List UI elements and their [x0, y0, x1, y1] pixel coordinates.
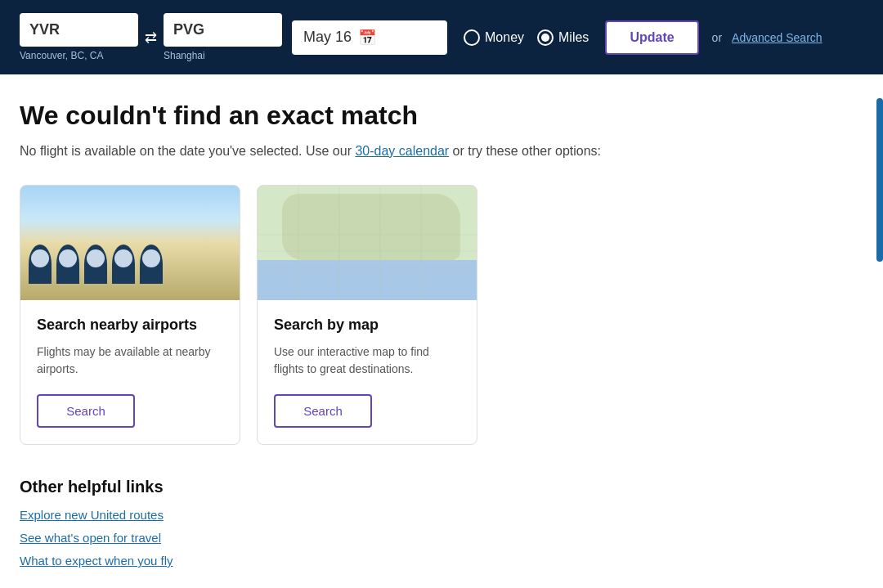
- plane-tail-1: [29, 245, 52, 284]
- plane-silhouettes: [29, 245, 163, 284]
- description-prefix: No flight is available on the date you'v…: [20, 144, 355, 158]
- origin-label: Vancouver, BC, CA: [20, 50, 138, 61]
- miles-radio-label[interactable]: Miles: [537, 29, 589, 46]
- list-item: Explore new United routes: [20, 508, 863, 523]
- destination-label: Shanghai: [164, 50, 282, 61]
- scrollbar[interactable]: [876, 98, 883, 262]
- date-picker[interactable]: May 16 📅: [292, 20, 447, 55]
- origin-wrap: Vancouver, BC, CA: [20, 13, 138, 61]
- description-suffix: or try these other options:: [449, 144, 601, 158]
- payment-type-group: Money Miles: [464, 29, 589, 46]
- money-radio[interactable]: [464, 29, 480, 46]
- cards-row: Search nearby airports Flights may be av…: [20, 185, 863, 445]
- page-title: We couldn't find an exact match: [20, 101, 863, 131]
- helpful-links-title: Other helpful links: [20, 478, 863, 496]
- date-value: May 16: [303, 29, 352, 46]
- airport-illustration: [20, 186, 240, 300]
- plane-tail-3: [84, 245, 107, 284]
- map-search-desc: Use our interactive map to find flights …: [274, 343, 460, 378]
- open-travel-link[interactable]: See what's open for travel: [20, 531, 161, 545]
- calendar-icon: 📅: [358, 29, 376, 47]
- map-illustration: [258, 186, 477, 300]
- nearby-airports-desc: Flights may be available at nearby airpo…: [37, 343, 223, 378]
- search-bar: Vancouver, BC, CA ⇄ Shanghai May 16 📅 Mo…: [0, 0, 883, 74]
- plane-tail-4: [112, 245, 135, 284]
- money-radio-label[interactable]: Money: [464, 29, 524, 46]
- airport-image: [20, 186, 240, 300]
- swap-button[interactable]: ⇄: [141, 29, 160, 47]
- map-search-body: Search by map Use our interactive map to…: [258, 300, 477, 444]
- advanced-search-link[interactable]: Advanced Search: [732, 31, 822, 44]
- destination-input[interactable]: [164, 13, 282, 47]
- map-grid: [258, 186, 477, 300]
- map-search-button[interactable]: Search: [274, 394, 372, 428]
- airport-group: Vancouver, BC, CA ⇄ Shanghai: [20, 13, 282, 61]
- calendar-link[interactable]: 30-day calendar: [355, 144, 449, 158]
- nearby-airports-title: Search nearby airports: [37, 316, 223, 334]
- nearby-airports-search-button[interactable]: Search: [37, 394, 135, 428]
- update-button[interactable]: Update: [605, 20, 698, 55]
- helpful-links-list: Explore new United routes See what's ope…: [20, 508, 863, 568]
- explore-routes-link[interactable]: Explore new United routes: [20, 508, 164, 522]
- map-search-title: Search by map: [274, 316, 460, 334]
- miles-radio[interactable]: [537, 29, 554, 46]
- nearby-airports-card: Search nearby airports Flights may be av…: [20, 185, 240, 445]
- money-label: Money: [485, 30, 524, 45]
- map-search-card: Search by map Use our interactive map to…: [257, 185, 477, 445]
- main-content: We couldn't find an exact match No fligh…: [0, 74, 883, 588]
- nearby-airports-body: Search nearby airports Flights may be av…: [20, 300, 240, 444]
- plane-tail-2: [56, 245, 79, 284]
- miles-label: Miles: [558, 30, 589, 45]
- plane-tail-5: [140, 245, 163, 284]
- helpful-links-section: Other helpful links Explore new United r…: [20, 478, 863, 568]
- list-item: What to expect when you fly: [20, 554, 863, 568]
- what-to-expect-link[interactable]: What to expect when you fly: [20, 554, 173, 568]
- or-separator: or: [712, 31, 722, 44]
- description-text: No flight is available on the date you'v…: [20, 144, 863, 159]
- list-item: See what's open for travel: [20, 531, 863, 545]
- destination-wrap: Shanghai: [164, 13, 282, 61]
- map-image: [258, 186, 477, 300]
- origin-input[interactable]: [20, 13, 138, 47]
